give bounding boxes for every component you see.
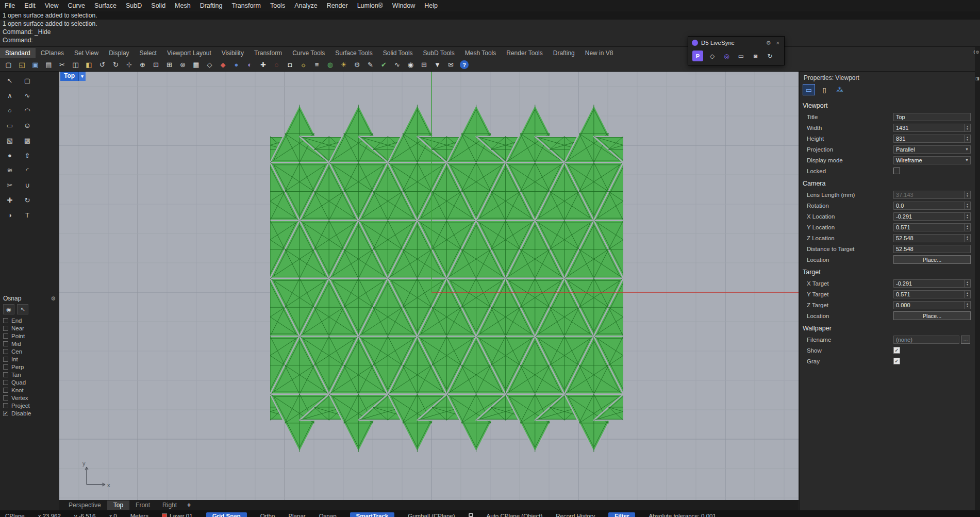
- polyline-icon[interactable]: ∧: [3, 89, 16, 102]
- refresh-icon[interactable]: ↻: [765, 51, 775, 61]
- toolbar-tab-drafting[interactable]: Drafting: [548, 48, 580, 58]
- prop-display-mode-field[interactable]: Wireframe▾: [893, 156, 971, 164]
- osnap-option-tan[interactable]: Tan: [0, 371, 59, 378]
- prop-lens-length-mm-field[interactable]: 37.143▲▼: [893, 191, 971, 199]
- status-absolute-tolerance-0-001[interactable]: Absolute tolerance: 0.001: [649, 513, 716, 517]
- toolbar-tab-visibility[interactable]: Visibility: [217, 48, 249, 58]
- menu-item-subd[interactable]: SubD: [121, 1, 146, 11]
- viewport-tab-right[interactable]: Right: [156, 501, 183, 510]
- grid-snap-icon[interactable]: ⊟: [418, 59, 430, 71]
- checkbox-project[interactable]: [3, 403, 8, 408]
- viewport-page-icon[interactable]: ▭: [803, 84, 815, 95]
- lock-objects-icon[interactable]: ◘: [284, 59, 296, 71]
- prop-distance-to-target-field[interactable]: 52.548: [893, 245, 971, 253]
- status-z-0[interactable]: z 0: [109, 513, 117, 517]
- viewport-drawing[interactable]: yx: [59, 72, 799, 500]
- trim-icon[interactable]: ✂: [3, 179, 16, 191]
- rotate-tool-icon[interactable]: ↻: [21, 194, 34, 206]
- menu-item-solid[interactable]: Solid: [146, 1, 170, 11]
- status-cplane[interactable]: CPlane: [5, 513, 25, 517]
- wireframe-display-icon[interactable]: ◇: [203, 59, 216, 71]
- cut-icon[interactable]: ✂: [56, 59, 69, 71]
- checkbox-cen[interactable]: [3, 349, 8, 354]
- new-file-icon[interactable]: ▢: [2, 59, 15, 71]
- hide-objects-icon[interactable]: ◌: [270, 59, 283, 71]
- sync-model-icon[interactable]: ◇: [707, 51, 718, 61]
- osnap-option-mid[interactable]: Mid: [0, 340, 59, 347]
- pan-view-icon[interactable]: ⊹: [123, 59, 136, 71]
- save-icon[interactable]: ▣: [29, 59, 42, 71]
- prop-height-field[interactable]: 831▲▼: [893, 135, 971, 143]
- lock-icon[interactable]: [469, 513, 473, 517]
- panel-options-icon[interactable]: ◨: [975, 76, 979, 81]
- script-editor-icon[interactable]: ✎: [364, 59, 377, 71]
- toolbar-tab-transform[interactable]: Transform: [249, 48, 287, 58]
- status-x-23-962[interactable]: x 23.962: [38, 513, 61, 517]
- d5-settings-icon[interactable]: ⚙: [765, 40, 772, 46]
- osnap-tracking-icon[interactable]: ◉: [3, 304, 14, 314]
- gears-icon[interactable]: ⚙: [351, 59, 363, 71]
- menu-item-render[interactable]: Render: [322, 1, 353, 11]
- menu-item-window[interactable]: Window: [388, 1, 420, 11]
- move-icon[interactable]: ✚: [257, 59, 270, 71]
- viewsync-icon[interactable]: ▭: [736, 51, 746, 61]
- sphere-icon[interactable]: ●: [3, 149, 16, 161]
- status-planar[interactable]: Planar: [288, 513, 305, 517]
- open-file-icon[interactable]: ◱: [15, 59, 28, 71]
- viewport-title-menu[interactable]: Top ▾: [60, 72, 86, 81]
- status-gumball-cplane[interactable]: Gumball (CPlane): [408, 513, 455, 517]
- checkbox-disable[interactable]: ✓: [3, 411, 8, 416]
- window-select-icon[interactable]: ▢: [21, 74, 34, 87]
- mirror-icon[interactable]: ◑: [3, 209, 16, 221]
- menu-item-view[interactable]: View: [40, 1, 63, 11]
- undo-icon[interactable]: ↺: [96, 59, 109, 71]
- toolbar-tab-render-tools[interactable]: Render Tools: [501, 48, 548, 58]
- spinner[interactable]: ▲▼: [964, 302, 970, 309]
- menu-item-curve[interactable]: Curve: [63, 1, 90, 11]
- checkbox-knot[interactable]: [3, 388, 8, 393]
- menu-item-drafting[interactable]: Drafting: [195, 1, 227, 11]
- viewport-tab-perspective[interactable]: Perspective: [62, 501, 107, 510]
- osnap-option-cen[interactable]: Cen: [0, 347, 59, 355]
- rotate-view-icon[interactable]: ⊚: [176, 59, 189, 71]
- status-grid-snap[interactable]: Grid Snap: [206, 512, 247, 517]
- help-icon[interactable]: ?: [460, 60, 469, 69]
- print-icon[interactable]: ▤: [42, 59, 55, 71]
- copy-icon[interactable]: ◫: [69, 59, 82, 71]
- rectangle-icon[interactable]: ▭: [3, 119, 16, 131]
- ghosted-display-icon[interactable]: ◐: [243, 59, 256, 71]
- curve-icon[interactable]: ∿: [21, 89, 34, 102]
- toolbar-tab-cplanes[interactable]: CPlanes: [36, 48, 69, 58]
- earth-icon[interactable]: ◍: [324, 59, 337, 71]
- osnap-option-int[interactable]: Int: [0, 355, 59, 363]
- join-icon[interactable]: ∪: [21, 179, 34, 191]
- toolbar-tab-standard[interactable]: Standard: [0, 48, 36, 58]
- toolbar-tab-subd-tools[interactable]: SubD Tools: [418, 48, 460, 58]
- status-layer-01[interactable]: Layer 01: [162, 513, 193, 517]
- sun-icon[interactable]: ☀: [337, 59, 350, 71]
- fillet-icon[interactable]: ◜: [21, 164, 34, 176]
- menu-item-surface[interactable]: Surface: [90, 1, 121, 11]
- prop-rotation-field[interactable]: 0.0▲▼: [893, 202, 971, 210]
- spinner[interactable]: ▲▼: [964, 291, 970, 298]
- checkbox-vertex[interactable]: [3, 395, 8, 401]
- add-viewport-tab[interactable]: +: [183, 501, 195, 510]
- menu-item-edit[interactable]: Edit: [20, 1, 40, 11]
- prop-y-target-field[interactable]: 0.571▲▼: [893, 290, 971, 298]
- osnap-option-vertex[interactable]: Vertex: [0, 394, 59, 402]
- paste-icon[interactable]: ◧: [82, 59, 95, 71]
- gear-icon[interactable]: ⚙: [975, 50, 979, 55]
- prop-z-target-field[interactable]: 0.000▲▼: [893, 301, 971, 309]
- select-pointer-icon[interactable]: ↖: [3, 74, 16, 87]
- prop-show-checkbox[interactable]: ✓: [893, 347, 900, 354]
- surface-icon[interactable]: ▧: [3, 134, 16, 146]
- spinner[interactable]: ▲▼: [964, 213, 970, 220]
- lightbulb-icon[interactable]: ☼: [297, 59, 310, 71]
- prop-location-button[interactable]: Place...: [893, 255, 971, 264]
- four-viewports-icon[interactable]: ▦: [190, 59, 203, 71]
- smarttrack-icon[interactable]: ∿: [391, 59, 404, 71]
- prop-gray-checkbox[interactable]: ✓: [893, 358, 900, 364]
- command-area[interactable]: 1 open surface added to selection.1 open…: [0, 11, 980, 47]
- checkbox-mid[interactable]: [3, 341, 8, 346]
- text-icon[interactable]: T: [21, 209, 34, 221]
